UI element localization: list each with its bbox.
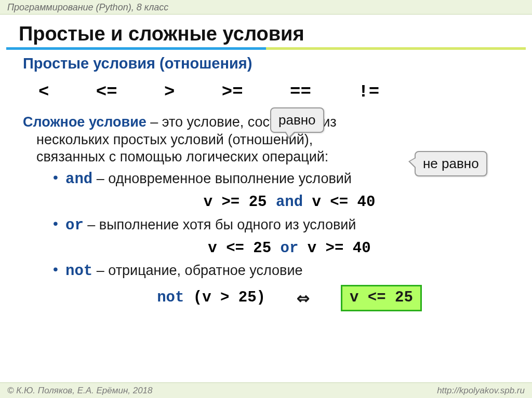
code-or-post: v >= 40 bbox=[298, 240, 370, 257]
list-item-and: and – одновременное выполнение условий v… bbox=[53, 170, 513, 212]
op-lt: < bbox=[38, 82, 49, 102]
code-or: v <= 25 or v >= 40 bbox=[65, 239, 513, 258]
code-not-rest: (v > 25) bbox=[184, 289, 265, 306]
code-and-kw: and bbox=[276, 194, 303, 211]
op-gt: > bbox=[164, 82, 175, 102]
footer-bar: © К.Ю. Поляков, Е.А. Ерёмин, 2018 http:/… bbox=[0, 382, 532, 398]
definition-line2: нескольких простых условий (отношений), bbox=[23, 132, 313, 147]
equiv-box: v <= 25 bbox=[341, 285, 422, 311]
desc-or: – выполнение хотя бы одного из условий bbox=[84, 217, 356, 232]
content-area: равно не равно Простые условия (отношени… bbox=[0, 54, 532, 311]
op-neq: != bbox=[358, 82, 379, 102]
code-and-post: v <= 40 bbox=[303, 194, 375, 211]
equiv-arrow-icon: ⇔ bbox=[297, 289, 310, 308]
callout-equal-text: равно bbox=[278, 112, 316, 128]
kw-not: not bbox=[65, 263, 92, 280]
divider-bar bbox=[6, 47, 526, 50]
list-item-or: or – выполнение хотя бы одного из услови… bbox=[53, 216, 513, 258]
operator-list: and – одновременное выполнение условий v… bbox=[53, 170, 513, 311]
callout-not-equal-text: не равно bbox=[423, 156, 479, 171]
section-heading-simple: Простые условия (отношения) bbox=[23, 54, 513, 73]
op-le: <= bbox=[96, 82, 117, 102]
kw-and: and bbox=[65, 171, 92, 188]
footer-url: http://kpolyakov.spb.ru bbox=[437, 386, 525, 395]
callout-equal: равно bbox=[270, 107, 324, 133]
desc-and: – одновременное выполнение условий bbox=[92, 171, 352, 186]
breadcrumb: Программирование (Python), 8 класс bbox=[7, 2, 168, 12]
code-not-line: not (v > 25) ⇔ v <= 25 bbox=[65, 285, 513, 311]
slide: Программирование (Python), 8 класс Прост… bbox=[0, 0, 532, 398]
op-eq: == bbox=[290, 82, 311, 102]
desc-not: – отрицание, обратное условие bbox=[92, 263, 302, 278]
callout-pointer-icon bbox=[408, 157, 416, 169]
op-ge: >= bbox=[222, 82, 243, 102]
footer-copyright: © К.Ю. Поляков, Е.А. Ерёмин, 2018 bbox=[7, 386, 153, 395]
code-or-kw: or bbox=[281, 240, 299, 257]
code-and: v >= 25 and v <= 40 bbox=[65, 193, 513, 212]
list-item-not: not – отрицание, обратное условие not (v… bbox=[53, 262, 513, 311]
definition-line3: связанных с помощью логических операций: bbox=[23, 149, 328, 164]
breadcrumb-bar: Программирование (Python), 8 класс bbox=[0, 0, 532, 15]
page-title: Простые и сложные условия bbox=[0, 15, 532, 47]
callout-pointer-icon bbox=[285, 132, 296, 139]
definition-term: Сложное условие bbox=[23, 114, 147, 130]
code-not-kw: not bbox=[157, 289, 184, 306]
code-or-pre: v <= 25 bbox=[208, 240, 280, 257]
code-and-pre: v >= 25 bbox=[204, 194, 276, 211]
code-not: not (v > 25) bbox=[157, 289, 265, 307]
operators-row: < <= > >= == != bbox=[38, 81, 513, 103]
kw-or: or bbox=[65, 217, 84, 234]
